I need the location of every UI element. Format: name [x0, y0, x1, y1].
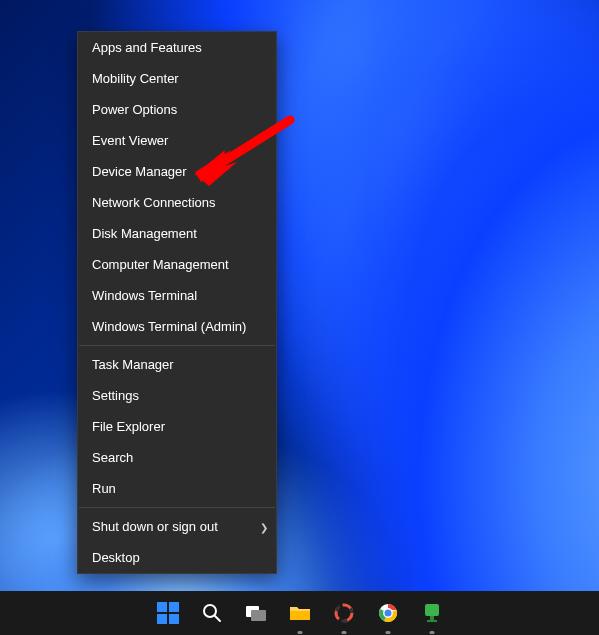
svg-rect-19 — [425, 604, 439, 616]
menu-item-run[interactable]: Run — [78, 473, 276, 504]
menu-item-windows-terminal[interactable]: Windows Terminal — [78, 280, 276, 311]
svg-rect-13 — [290, 611, 310, 620]
chrome-icon — [378, 603, 398, 623]
svg-point-9 — [204, 605, 216, 617]
windows-logo-icon — [157, 602, 179, 624]
svg-rect-12 — [251, 610, 266, 621]
menu-item-desktop[interactable]: Desktop — [78, 542, 276, 573]
green-app-icon — [423, 603, 441, 623]
taskbar — [0, 591, 599, 635]
file-explorer-button[interactable] — [285, 598, 315, 628]
task-view-icon — [245, 604, 267, 622]
taskbar-app-button[interactable] — [329, 598, 359, 628]
menu-item-computer-management[interactable]: Computer Management — [78, 249, 276, 280]
chevron-right-icon: ❯ — [260, 521, 268, 532]
menu-item-mobility-center[interactable]: Mobility Center — [78, 63, 276, 94]
menu-item-power-options[interactable]: Power Options — [78, 94, 276, 125]
svg-rect-6 — [169, 602, 179, 612]
folder-icon — [289, 604, 311, 622]
task-view-button[interactable] — [241, 598, 271, 628]
svg-rect-7 — [157, 614, 167, 624]
chrome-button[interactable] — [373, 598, 403, 628]
menu-item-search[interactable]: Search — [78, 442, 276, 473]
menu-item-disk-management[interactable]: Disk Management — [78, 218, 276, 249]
menu-item-task-manager[interactable]: Task Manager — [78, 349, 276, 380]
circle-app-icon — [334, 603, 354, 623]
menu-item-label: Shut down or sign out — [92, 519, 218, 534]
menu-item-file-explorer[interactable]: File Explorer — [78, 411, 276, 442]
menu-item-device-manager[interactable]: Device Manager — [78, 156, 276, 187]
search-icon — [202, 603, 222, 623]
menu-separator — [79, 345, 275, 346]
winx-context-menu: Apps and Features Mobility Center Power … — [77, 31, 277, 574]
menu-separator — [79, 507, 275, 508]
taskbar-search-button[interactable] — [197, 598, 227, 628]
start-button[interactable] — [153, 598, 183, 628]
menu-item-apps-and-features[interactable]: Apps and Features — [78, 32, 276, 63]
svg-rect-21 — [427, 620, 437, 622]
menu-item-shut-down-or-sign-out[interactable]: Shut down or sign out ❯ — [78, 511, 276, 542]
svg-line-10 — [215, 616, 220, 621]
menu-item-windows-terminal-admin[interactable]: Windows Terminal (Admin) — [78, 311, 276, 342]
svg-rect-8 — [169, 614, 179, 624]
taskbar-app-button-2[interactable] — [417, 598, 447, 628]
svg-rect-5 — [157, 602, 167, 612]
menu-item-settings[interactable]: Settings — [78, 380, 276, 411]
menu-item-event-viewer[interactable]: Event Viewer — [78, 125, 276, 156]
menu-item-network-connections[interactable]: Network Connections — [78, 187, 276, 218]
